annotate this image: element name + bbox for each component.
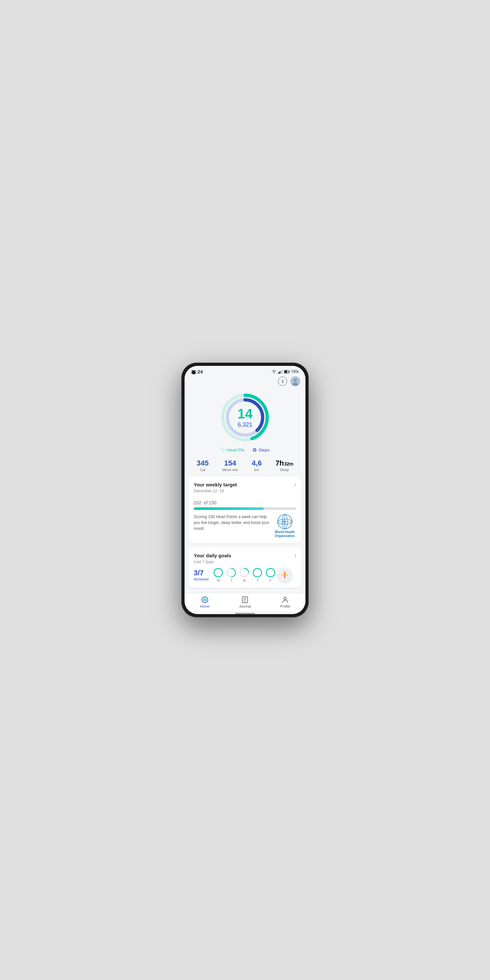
avatar[interactable] — [290, 376, 300, 386]
daily-goals-card[interactable]: Your daily goals › Last 7 days 3/7 Achie… — [188, 547, 302, 588]
km-stat[interactable]: 4,6 km — [252, 459, 262, 472]
score-suffix: of 150 — [204, 500, 216, 505]
progress-bar-fill — [194, 508, 264, 510]
move-label: Move min — [223, 468, 238, 472]
ring-chart[interactable]: 14 6,321 — [219, 391, 271, 444]
battery-icon — [284, 370, 290, 374]
circle-M-svg — [213, 568, 223, 578]
daily-goals-subtitle: Last 7 days — [194, 560, 296, 564]
achieved-value: 3/7 — [194, 569, 208, 577]
top-actions: ℹ — [185, 375, 305, 388]
home-indicator — [235, 613, 255, 614]
daily-goals-chevron[interactable]: › — [295, 552, 296, 558]
day-T1: T — [226, 568, 237, 582]
target-score: 102 of 150 — [194, 496, 296, 507]
day-F: ✓ F — [265, 568, 276, 582]
day-label-F: F — [269, 579, 272, 582]
svg-point-0 — [274, 373, 274, 374]
day-M: ✓ M — [213, 568, 223, 582]
score-value: 102 — [194, 500, 201, 505]
nav-home[interactable]: Home — [193, 596, 216, 608]
km-label: km — [255, 468, 259, 472]
heart-pts-label: Heart Pts — [227, 447, 244, 452]
bottom-nav: Home Journal — [185, 593, 305, 611]
svg-rect-1 — [278, 372, 279, 374]
cal-label: Cal — [200, 468, 205, 472]
signal-icon — [278, 370, 283, 374]
wifi-icon — [272, 370, 277, 374]
ring-section: 14 6,321 ♡ Heart Pts ♻ Steps — [185, 388, 305, 456]
cal-value: 345 — [197, 459, 209, 468]
steps-legend: ♻ Steps — [252, 447, 269, 453]
day-W: W — [239, 568, 250, 582]
daily-goals-header: Your daily goals › — [194, 552, 296, 558]
heart-pts-value: 14 — [237, 407, 253, 421]
svg-rect-7 — [284, 371, 287, 373]
who-label: World HealthOrganization — [275, 530, 295, 538]
status-bar: 21:24 — [185, 366, 305, 375]
nav-journal[interactable]: Journal — [234, 596, 256, 608]
svg-point-35 — [204, 600, 205, 600]
svg-point-9 — [294, 379, 297, 382]
km-value: 4,6 — [252, 459, 262, 468]
card-bottom: Scoring 150 Heart Points a week can help… — [194, 514, 296, 538]
move-stat[interactable]: 154 Move min — [223, 459, 238, 472]
svg-rect-2 — [279, 371, 280, 374]
svg-rect-3 — [281, 371, 282, 374]
circle-F-svg — [265, 568, 276, 578]
weekly-target-header: Your weekly target › — [194, 482, 296, 487]
camera-dot — [192, 371, 196, 374]
svg-point-40 — [284, 597, 286, 600]
sleep-label: Sleep — [280, 468, 289, 472]
day-label-T2: T — [256, 579, 259, 582]
sleep-stat[interactable]: 7h 32m Sleep — [275, 459, 293, 472]
nav-journal-label: Journal — [239, 605, 251, 608]
circle-W-svg — [239, 568, 250, 578]
progress-bar-bg — [194, 508, 296, 510]
nav-home-label: Home — [200, 605, 209, 608]
goals-row: 3/7 Achieved ✓ M — [194, 568, 296, 582]
svg-rect-4 — [282, 370, 283, 374]
nav-profile-label: Profile — [280, 605, 290, 608]
who-logo: World HealthOrganization — [274, 514, 296, 538]
day-T2: ✓ T — [252, 568, 262, 582]
daily-goals-title: Your daily goals — [194, 553, 231, 558]
weekly-target-chevron[interactable]: › — [295, 482, 296, 487]
ring-legend: ♡ Heart Pts ♻ Steps — [221, 447, 269, 453]
battery-percent: 70% — [291, 369, 299, 374]
steps-value: 6,321 — [237, 422, 253, 428]
info-button[interactable]: ℹ — [278, 377, 287, 386]
ring-center: 14 6,321 — [237, 407, 253, 428]
steps-label: Steps — [258, 447, 269, 452]
svg-point-28 — [253, 568, 262, 577]
phone-screen: 21:24 — [185, 366, 305, 614]
svg-rect-6 — [289, 371, 290, 373]
heart-pts-legend: ♡ Heart Pts — [221, 447, 244, 453]
day-label-W: W — [243, 579, 246, 582]
journal-icon — [241, 596, 249, 604]
home-icon — [201, 596, 209, 604]
svg-point-30 — [266, 568, 275, 577]
add-fab-button[interactable] — [278, 568, 292, 582]
phone-frame: 21:24 — [181, 363, 309, 617]
achieved-label: 3/7 Achieved — [194, 569, 208, 581]
stats-row: 345 Cal 154 Move min 4,6 km 7h 32m Sleep — [185, 456, 305, 476]
sleep-value-row: 7h 32m — [275, 459, 293, 468]
day-label-T1: T — [230, 579, 232, 582]
weekly-target-date: December 12 -19 — [194, 489, 296, 493]
circle-T2-svg — [252, 568, 262, 578]
weekly-target-desc: Scoring 150 Heart Points a week can help… — [194, 514, 270, 531]
nav-profile[interactable]: Profile — [274, 596, 297, 608]
circle-T1-svg — [226, 568, 237, 578]
day-circles: ✓ M T — [213, 568, 276, 582]
weekly-target-card[interactable]: Your weekly target › December 12 -19 102… — [188, 476, 302, 543]
day-label-M: M — [217, 579, 220, 582]
achieved-sub: Achieved — [194, 577, 208, 581]
status-icons: 70% — [272, 369, 299, 374]
info-icon: ℹ — [282, 379, 283, 384]
cal-stat[interactable]: 345 Cal — [197, 459, 209, 472]
profile-icon — [281, 596, 289, 604]
scroll-content: 14 6,321 ♡ Heart Pts ♻ Steps — [185, 388, 305, 593]
sleep-minutes: 32m — [284, 461, 293, 466]
svg-point-22 — [214, 568, 223, 577]
